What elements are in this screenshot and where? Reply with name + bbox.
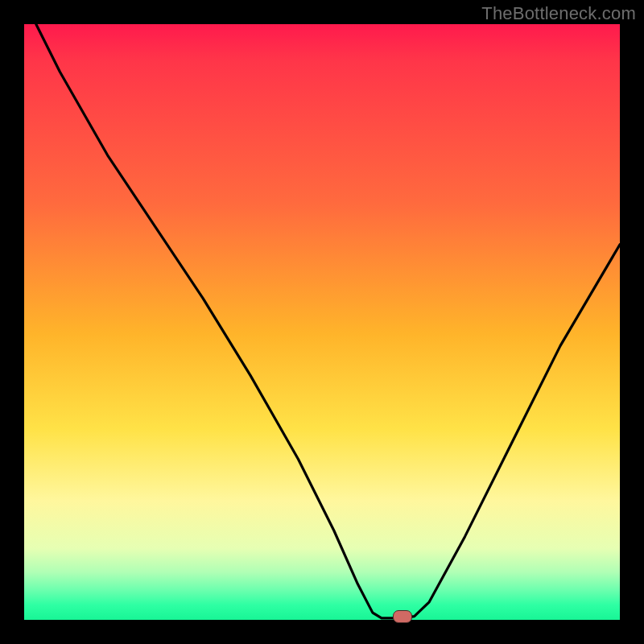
watermark-text: TheBottleneck.com: [481, 3, 636, 24]
bottleneck-curve: [24, 24, 620, 620]
optimum-marker: [393, 610, 412, 623]
plot-area: [24, 24, 620, 620]
chart-frame: TheBottleneck.com: [0, 0, 644, 644]
